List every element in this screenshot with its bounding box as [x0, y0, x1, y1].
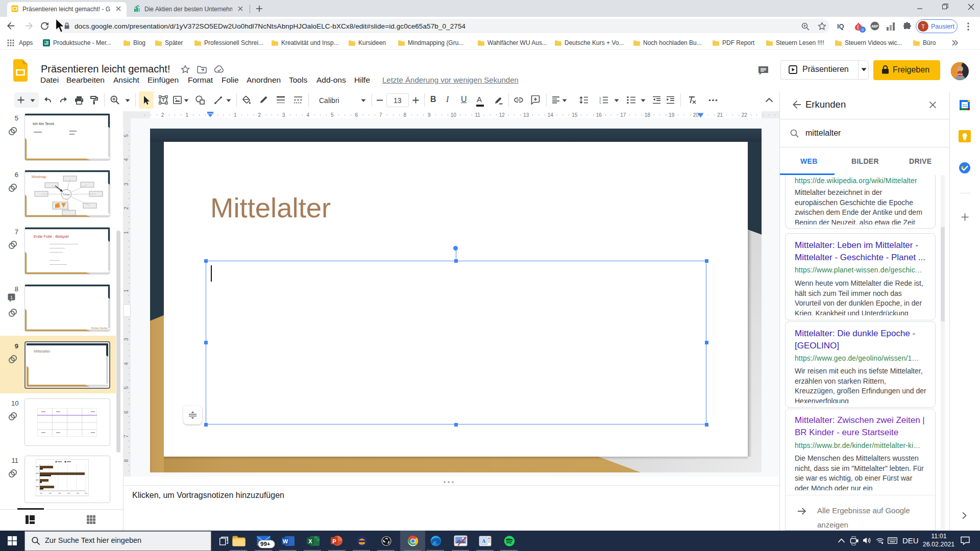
svg-text:A: A	[482, 539, 486, 544]
svg-text:1: 1	[10, 295, 13, 300]
svg-text:nasa: nasa	[957, 72, 963, 76]
svg-text:Turnier: Turnier	[63, 193, 70, 196]
svg-text:T: T	[921, 23, 925, 30]
svg-text:X: X	[308, 538, 312, 544]
svg-text:W: W	[283, 538, 288, 544]
svg-text:P: P	[332, 538, 336, 544]
svg-text:ABP: ABP	[871, 24, 878, 28]
svg-text:0: 0	[862, 28, 864, 32]
svg-text:3: 3	[599, 102, 601, 105]
svg-text:31: 31	[962, 103, 967, 108]
